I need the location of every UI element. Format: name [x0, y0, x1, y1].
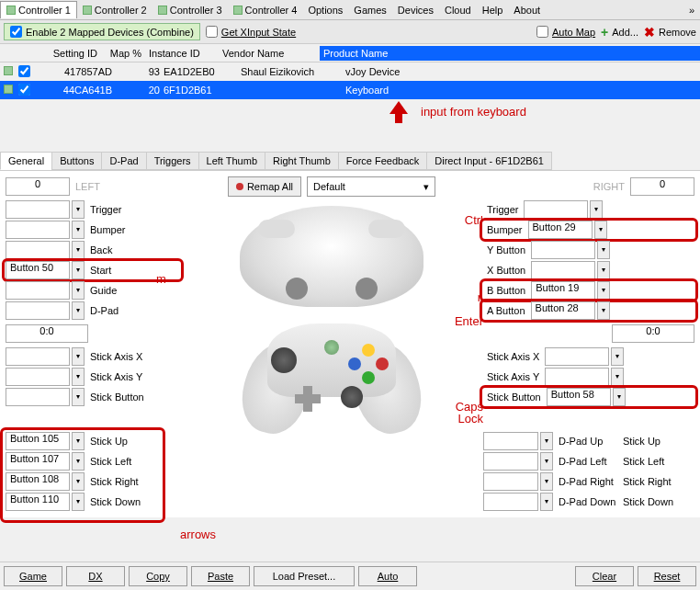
controller-tab-4[interactable]: Controller 4 — [228, 2, 303, 18]
copy-button[interactable]: Copy — [129, 566, 187, 586]
right-binding-input[interactable]: Button 28 — [531, 301, 595, 320]
enable-combine-checkbox[interactable]: Enable 2 Mapped Devices (Combine) — [4, 23, 200, 40]
dropdown-icon[interactable]: ▾ — [590, 200, 603, 219]
clear-button[interactable]: Clear — [575, 566, 634, 586]
dropdown-icon[interactable]: ▾ — [611, 347, 624, 366]
right-binding-input[interactable] — [545, 347, 609, 366]
left-binding-input[interactable]: Button 105 — [6, 432, 70, 450]
tab-direct-input-6f1d2b61[interactable]: Direct Input - 6F1D2B61 — [426, 152, 552, 170]
left-binding-input[interactable]: Button 108 — [6, 472, 70, 491]
menu-about[interactable]: About — [508, 2, 546, 18]
binding-input[interactable] — [483, 493, 538, 511]
left-trigger-value: 0 — [6, 177, 70, 196]
binding-input[interactable] — [483, 452, 538, 471]
game-button[interactable]: Game — [4, 566, 62, 586]
remap-all-button[interactable]: Remap All — [228, 176, 301, 197]
dropdown-icon[interactable]: ▾ — [72, 472, 85, 491]
dropdown-icon[interactable]: ▾ — [540, 493, 553, 511]
left-header: LEFT — [72, 179, 104, 194]
automap-checkbox[interactable]: Auto Map — [536, 26, 595, 38]
right-trigger-value: 0 — [630, 177, 694, 196]
dropdown-icon[interactable]: ▾ — [540, 432, 553, 450]
device-enable-checkbox[interactable] — [18, 84, 30, 96]
left-binding-input[interactable] — [6, 241, 70, 259]
binding-label: Start — [86, 265, 115, 276]
right-binding-input[interactable]: Button 29 — [528, 221, 593, 239]
binding-input[interactable] — [483, 472, 538, 491]
dropdown-icon[interactable]: ▾ — [540, 452, 553, 471]
right-binding-input[interactable] — [531, 261, 595, 279]
tab-triggers[interactable]: Triggers — [146, 152, 199, 170]
menu-games[interactable]: Games — [348, 2, 391, 18]
left-binding-input[interactable] — [6, 200, 70, 219]
binding-label: Stick Button — [86, 391, 148, 403]
right-binding-input[interactable] — [545, 368, 609, 386]
get-xinput-checkbox[interactable]: Get XInput State — [206, 26, 296, 38]
dropdown-icon[interactable]: ▾ — [72, 388, 85, 406]
overflow-chevron-icon[interactable]: » — [683, 2, 700, 18]
dropdown-icon[interactable]: ▾ — [613, 388, 626, 406]
tab-d-pad[interactable]: D-Pad — [101, 152, 146, 170]
right-coord: 0:0 — [612, 324, 694, 343]
left-binding-input[interactable] — [6, 301, 70, 320]
dropdown-icon[interactable]: ▾ — [72, 452, 85, 471]
dropdown-icon[interactable]: ▾ — [597, 261, 610, 279]
dropdown-icon[interactable]: ▾ — [72, 281, 85, 300]
dropdown-icon[interactable]: ▾ — [72, 200, 85, 219]
dx-button[interactable]: DX — [66, 566, 125, 586]
dropdown-icon[interactable]: ▾ — [540, 472, 553, 491]
reset-button[interactable]: Reset — [638, 566, 696, 586]
menu-options[interactable]: Options — [302, 2, 348, 18]
dropdown-icon[interactable]: ▾ — [611, 368, 624, 386]
dropdown-icon[interactable]: ▾ — [72, 241, 85, 259]
binding-label: D-Pad Left — [555, 456, 617, 467]
dropdown-icon[interactable]: ▾ — [72, 221, 85, 239]
dropdown-icon[interactable]: ▾ — [594, 221, 607, 239]
remove-button[interactable]: ✖Remove — [644, 25, 696, 40]
auto-button[interactable]: Auto — [358, 566, 417, 586]
dropdown-icon[interactable]: ▾ — [597, 241, 610, 259]
controller-tab-3[interactable]: Controller 3 — [152, 2, 228, 18]
left-binding-input[interactable]: Button 110 — [6, 493, 70, 511]
menu-cloud[interactable]: Cloud — [439, 2, 477, 18]
menu-devices[interactable]: Devices — [392, 2, 439, 18]
tab-left-thumb[interactable]: Left Thumb — [198, 152, 265, 170]
left-binding-input[interactable]: Button 107 — [6, 452, 70, 471]
binding-input[interactable] — [483, 432, 538, 450]
binding-label: Stick Axis X — [483, 351, 543, 362]
dropdown-icon[interactable]: ▾ — [72, 261, 85, 279]
tab-right-thumb[interactable]: Right Thumb — [265, 152, 339, 170]
dropdown-icon[interactable]: ▾ — [597, 301, 610, 320]
tab-buttons[interactable]: Buttons — [51, 152, 102, 170]
right-binding-input[interactable]: Button 19 — [531, 281, 595, 300]
right-column: RIGHT0 Trigger▾BumperButton 29▾Y Button▾… — [483, 176, 694, 512]
menu-help[interactable]: Help — [477, 2, 509, 18]
right-binding-input[interactable] — [524, 200, 588, 219]
device-row[interactable]: 417857AD93EA1D2EB0Shaul EizikovichvJoy D… — [0, 62, 700, 81]
dropdown-icon[interactable]: ▾ — [72, 493, 85, 511]
dropdown-icon[interactable]: ▾ — [72, 347, 85, 366]
left-binding-input[interactable]: Button 50 — [6, 261, 70, 279]
binding-label: Stick Up — [86, 436, 131, 447]
dropdown-icon[interactable]: ▾ — [597, 281, 610, 300]
tab-force-feedback[interactable]: Force Feedback — [338, 152, 427, 170]
preset-select[interactable]: Default▾ — [307, 176, 435, 197]
dropdown-icon[interactable]: ▾ — [72, 368, 85, 386]
controller-tab-1[interactable]: Controller 1 — [0, 1, 77, 18]
device-enable-checkbox[interactable] — [18, 65, 30, 77]
paste-button[interactable]: Paste — [191, 566, 250, 586]
load-preset-button[interactable]: Load Preset... — [254, 566, 355, 586]
add-button[interactable]: +Add... — [601, 25, 638, 40]
right-binding-input[interactable]: Button 58 — [547, 388, 611, 406]
left-binding-input[interactable] — [6, 281, 70, 300]
left-binding-input[interactable] — [6, 368, 70, 386]
device-row[interactable]: 44CA641B206F1D2B61Keyboard — [0, 81, 700, 99]
left-binding-input[interactable] — [6, 388, 70, 406]
dropdown-icon[interactable]: ▾ — [72, 301, 85, 320]
left-binding-input[interactable] — [6, 221, 70, 239]
right-binding-input[interactable] — [531, 241, 595, 259]
dropdown-icon[interactable]: ▾ — [72, 432, 85, 450]
tab-general[interactable]: General — [0, 152, 52, 170]
left-binding-input[interactable] — [6, 347, 70, 366]
controller-tab-2[interactable]: Controller 2 — [77, 2, 152, 18]
